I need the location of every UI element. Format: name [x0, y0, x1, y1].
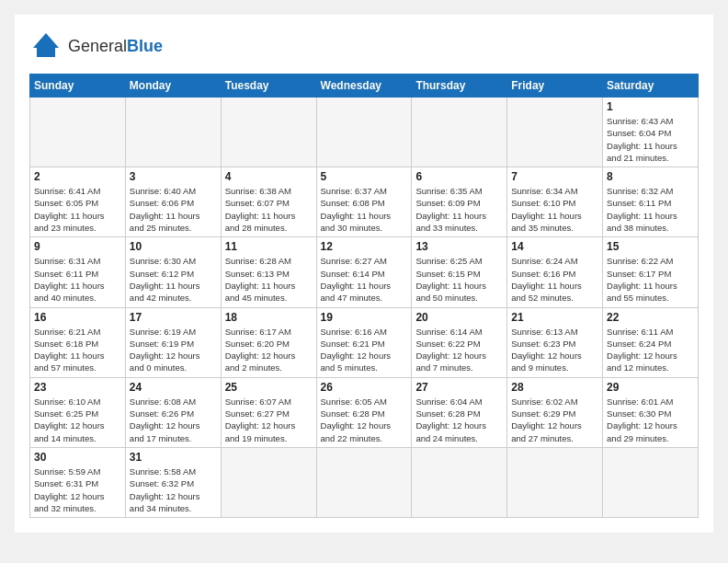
calendar-cell — [507, 98, 603, 167]
calendar-table: SundayMondayTuesdayWednesdayThursdayFrid… — [29, 74, 699, 518]
day-info: Sunrise: 6:34 AM Sunset: 6:10 PM Dayligh… — [511, 185, 598, 234]
day-number: 8 — [607, 170, 694, 183]
calendar-cell: 8Sunrise: 6:32 AM Sunset: 6:11 PM Daylig… — [603, 167, 699, 237]
day-info: Sunrise: 6:22 AM Sunset: 6:17 PM Dayligh… — [607, 255, 694, 304]
calendar-cell: 4Sunrise: 6:38 AM Sunset: 6:07 PM Daylig… — [221, 167, 316, 237]
day-info: Sunrise: 6:40 AM Sunset: 6:06 PM Dayligh… — [130, 185, 217, 234]
calendar-cell: 29Sunrise: 6:01 AM Sunset: 6:30 PM Dayli… — [603, 377, 699, 447]
calendar-cell: 5Sunrise: 6:37 AM Sunset: 6:08 PM Daylig… — [316, 167, 412, 237]
calendar-cell: 24Sunrise: 6:08 AM Sunset: 6:26 PM Dayli… — [125, 377, 221, 447]
calendar-cell: 1Sunrise: 6:43 AM Sunset: 6:04 PM Daylig… — [603, 98, 699, 167]
calendar-week-row: 1Sunrise: 6:43 AM Sunset: 6:04 PM Daylig… — [30, 98, 699, 167]
day-info: Sunrise: 6:05 AM Sunset: 6:28 PM Dayligh… — [321, 396, 408, 444]
calendar-day-header: Tuesday — [221, 75, 316, 98]
calendar-cell: 2Sunrise: 6:41 AM Sunset: 6:05 PM Daylig… — [30, 167, 126, 237]
day-info: Sunrise: 6:17 AM Sunset: 6:20 PM Dayligh… — [225, 326, 313, 374]
day-number: 25 — [225, 381, 313, 394]
day-number: 22 — [607, 311, 694, 324]
day-info: Sunrise: 6:02 AM Sunset: 6:29 PM Dayligh… — [511, 396, 598, 444]
day-info: Sunrise: 6:21 AM Sunset: 6:18 PM Dayligh… — [34, 326, 121, 374]
calendar-cell: 16Sunrise: 6:21 AM Sunset: 6:18 PM Dayli… — [30, 307, 126, 377]
day-info: Sunrise: 6:30 AM Sunset: 6:12 PM Dayligh… — [130, 255, 217, 304]
day-info: Sunrise: 6:24 AM Sunset: 6:16 PM Dayligh… — [511, 255, 598, 304]
day-number: 19 — [321, 311, 408, 324]
day-number: 16 — [34, 311, 121, 324]
calendar-cell — [316, 98, 412, 167]
logo-blue: Blue — [127, 37, 163, 55]
day-info: Sunrise: 6:19 AM Sunset: 6:19 PM Dayligh… — [130, 326, 217, 374]
calendar-cell — [30, 98, 126, 167]
calendar-cell: 30Sunrise: 5:59 AM Sunset: 6:31 PM Dayli… — [30, 447, 126, 517]
day-number: 23 — [34, 381, 121, 394]
day-number: 31 — [130, 451, 217, 464]
day-number: 9 — [34, 240, 121, 253]
calendar-week-row: 30Sunrise: 5:59 AM Sunset: 6:31 PM Dayli… — [30, 447, 699, 517]
calendar-cell: 3Sunrise: 6:40 AM Sunset: 6:06 PM Daylig… — [125, 167, 221, 237]
calendar-cell — [603, 447, 699, 517]
calendar-cell — [316, 447, 412, 517]
calendar-cell: 18Sunrise: 6:17 AM Sunset: 6:20 PM Dayli… — [221, 307, 316, 377]
day-number: 5 — [321, 170, 408, 183]
day-info: Sunrise: 6:01 AM Sunset: 6:30 PM Dayligh… — [607, 396, 694, 444]
day-number: 17 — [130, 311, 217, 324]
day-number: 24 — [130, 381, 217, 394]
calendar-cell: 14Sunrise: 6:24 AM Sunset: 6:16 PM Dayli… — [507, 237, 603, 307]
calendar-cell — [507, 447, 603, 517]
day-info: Sunrise: 6:32 AM Sunset: 6:11 PM Dayligh… — [607, 185, 694, 234]
day-number: 29 — [607, 381, 694, 394]
day-number: 20 — [415, 311, 503, 324]
day-number: 2 — [34, 170, 121, 183]
calendar-cell: 22Sunrise: 6:11 AM Sunset: 6:24 PM Dayli… — [603, 307, 699, 377]
day-number: 30 — [34, 451, 121, 464]
day-number: 28 — [511, 381, 598, 394]
calendar-cell: 7Sunrise: 6:34 AM Sunset: 6:10 PM Daylig… — [507, 167, 603, 237]
generalblue-logo-icon — [29, 29, 63, 63]
day-number: 21 — [511, 311, 598, 324]
day-info: Sunrise: 6:43 AM Sunset: 6:04 PM Dayligh… — [607, 115, 694, 164]
calendar-cell: 25Sunrise: 6:07 AM Sunset: 6:27 PM Dayli… — [221, 377, 316, 447]
calendar-cell: 26Sunrise: 6:05 AM Sunset: 6:28 PM Dayli… — [316, 377, 412, 447]
calendar-day-header: Friday — [507, 75, 603, 98]
calendar-cell: 13Sunrise: 6:25 AM Sunset: 6:15 PM Dayli… — [412, 237, 507, 307]
day-info: Sunrise: 6:10 AM Sunset: 6:25 PM Dayligh… — [34, 396, 121, 444]
day-number: 1 — [607, 100, 694, 113]
day-info: Sunrise: 6:28 AM Sunset: 6:13 PM Dayligh… — [225, 255, 313, 304]
day-number: 4 — [225, 170, 313, 183]
day-number: 13 — [415, 240, 503, 253]
calendar-cell — [221, 447, 316, 517]
day-info: Sunrise: 6:31 AM Sunset: 6:11 PM Dayligh… — [34, 255, 121, 304]
calendar-day-header: Sunday — [30, 75, 126, 98]
day-number: 18 — [225, 311, 313, 324]
day-info: Sunrise: 6:14 AM Sunset: 6:22 PM Dayligh… — [415, 326, 503, 374]
day-info: Sunrise: 6:27 AM Sunset: 6:14 PM Dayligh… — [321, 255, 408, 304]
calendar-cell: 20Sunrise: 6:14 AM Sunset: 6:22 PM Dayli… — [412, 307, 507, 377]
calendar-cell: 28Sunrise: 6:02 AM Sunset: 6:29 PM Dayli… — [507, 377, 603, 447]
day-number: 14 — [511, 240, 598, 253]
svg-rect-2 — [37, 48, 55, 57]
day-info: Sunrise: 6:35 AM Sunset: 6:09 PM Dayligh… — [415, 185, 503, 234]
day-number: 7 — [511, 170, 598, 183]
day-info: Sunrise: 6:07 AM Sunset: 6:27 PM Dayligh… — [225, 396, 313, 444]
day-info: Sunrise: 6:41 AM Sunset: 6:05 PM Dayligh… — [34, 185, 121, 234]
day-info: Sunrise: 6:04 AM Sunset: 6:28 PM Dayligh… — [415, 396, 503, 444]
calendar-cell — [125, 98, 221, 167]
day-number: 15 — [607, 240, 694, 253]
calendar-cell: 9Sunrise: 6:31 AM Sunset: 6:11 PM Daylig… — [30, 237, 126, 307]
day-number: 3 — [130, 170, 217, 183]
calendar-cell: 31Sunrise: 5:58 AM Sunset: 6:32 PM Dayli… — [125, 447, 221, 517]
calendar-cell: 15Sunrise: 6:22 AM Sunset: 6:17 PM Dayli… — [603, 237, 699, 307]
calendar-cell: 17Sunrise: 6:19 AM Sunset: 6:19 PM Dayli… — [125, 307, 221, 377]
day-info: Sunrise: 6:11 AM Sunset: 6:24 PM Dayligh… — [607, 326, 694, 374]
day-info: Sunrise: 5:59 AM Sunset: 6:31 PM Dayligh… — [34, 465, 121, 514]
logo-text: GeneralBlue — [68, 37, 163, 56]
calendar-cell — [412, 447, 507, 517]
calendar-day-header: Monday — [125, 75, 221, 98]
calendar-day-header: Thursday — [412, 75, 507, 98]
calendar-cell — [412, 98, 507, 167]
day-info: Sunrise: 6:38 AM Sunset: 6:07 PM Dayligh… — [225, 185, 313, 234]
logo: GeneralBlue — [29, 29, 163, 63]
header: GeneralBlue — [29, 29, 699, 63]
calendar-cell: 23Sunrise: 6:10 AM Sunset: 6:25 PM Dayli… — [30, 377, 126, 447]
logo-general: General — [68, 37, 127, 55]
day-number: 10 — [130, 240, 217, 253]
